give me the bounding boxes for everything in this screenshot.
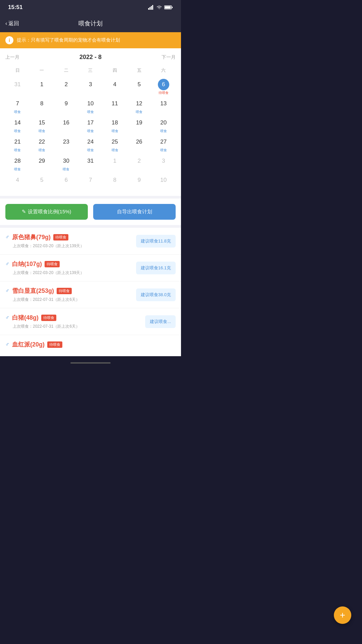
- day-number: 27: [158, 136, 169, 148]
- calendar-day[interactable]: 11: [103, 97, 127, 116]
- calendar-day[interactable]: 29: [30, 154, 54, 173]
- calendar-day[interactable]: 30喂食: [54, 154, 78, 173]
- svg-rect-0: [148, 8, 149, 10]
- prev-month-button[interactable]: 上一月: [5, 54, 19, 60]
- calendar-day[interactable]: 4: [5, 173, 30, 191]
- pet-status-badge: 待喂食: [47, 341, 62, 348]
- page-title: 喂食计划: [78, 19, 103, 28]
- calendar-day[interactable]: 6待喂食: [151, 77, 176, 97]
- calendar-day[interactable]: 7: [78, 173, 103, 191]
- calendar-day[interactable]: 12喂食: [127, 97, 152, 116]
- calendar-day[interactable]: 24喂食: [78, 135, 103, 154]
- calendar-day[interactable]: 10喂食: [78, 97, 103, 116]
- day-number: 3: [85, 79, 96, 90]
- pet-name-label: 原色猪鼻(79g): [12, 233, 51, 241]
- chevron-left-icon: ‹: [5, 20, 7, 26]
- day-number: 4: [12, 174, 23, 186]
- day-number: 29: [36, 155, 48, 167]
- battery-icon: [164, 5, 173, 10]
- pet-info: ♂血红派(20g)待喂食: [5, 340, 176, 351]
- pet-gender-icon: ♂: [5, 315, 9, 321]
- day-number: 26: [133, 136, 145, 148]
- home-indicator: [70, 362, 111, 364]
- back-button[interactable]: ‹ 返回: [5, 20, 19, 27]
- calendar-day[interactable]: 23: [54, 135, 78, 154]
- day-number: 8: [109, 174, 121, 186]
- pet-name-row: ♂血红派(20g)待喂食: [5, 340, 176, 348]
- calendar-day[interactable]: 5: [127, 77, 152, 97]
- signal-icon: [148, 5, 154, 10]
- status-bar: 15:51: [0, 0, 181, 15]
- pet-item[interactable]: ♂白猪(48g)待喂食上次喂食：2022-07-31（距上次6天）建议喂食...: [0, 308, 181, 335]
- calendar-day[interactable]: 9: [54, 97, 78, 116]
- weekday-sun: 日: [5, 66, 30, 75]
- calendar-day[interactable]: 8: [30, 97, 54, 116]
- day-number: 8: [36, 98, 48, 109]
- day-number: 11: [109, 98, 121, 109]
- calendar-day[interactable]: 3: [151, 154, 176, 173]
- calendar-days: 31123456待喂食7喂食8910喂食1112喂食1314喂食15喂食1617…: [5, 77, 176, 191]
- calendar-day[interactable]: 19: [127, 116, 152, 135]
- calendar-day[interactable]: 31: [5, 77, 30, 97]
- calendar-day[interactable]: 7喂食: [5, 97, 30, 116]
- bottom-bar: [0, 356, 181, 370]
- pet-status-badge: 待喂食: [57, 288, 72, 294]
- calendar-day[interactable]: 8: [103, 173, 127, 191]
- calendar-day[interactable]: 17喂食: [78, 116, 103, 135]
- calendar-day[interactable]: 4: [103, 77, 127, 97]
- calendar-day[interactable]: 1: [103, 154, 127, 173]
- calendar-day[interactable]: 6: [54, 173, 78, 191]
- pet-suggestion: 建议喂食38.0克: [136, 288, 176, 301]
- calendar-day[interactable]: 25喂食: [103, 135, 127, 154]
- info-icon: i: [5, 36, 13, 44]
- calendar-day[interactable]: 26: [127, 135, 152, 154]
- calendar-day[interactable]: 14喂食: [5, 116, 30, 135]
- day-number: 9: [60, 98, 72, 109]
- day-number: 7: [12, 98, 23, 109]
- calendar-day[interactable]: 1: [30, 77, 54, 97]
- pet-last-feed: 上次喂食：2022-03-20（距上次139天）: [13, 270, 132, 276]
- calendar-day[interactable]: 10: [151, 173, 176, 191]
- calendar-day[interactable]: 13: [151, 97, 176, 116]
- day-number: 6: [158, 79, 169, 90]
- calendar-day[interactable]: 9: [127, 173, 152, 191]
- calendar-day[interactable]: 20喂食: [151, 116, 176, 135]
- day-number: 16: [60, 117, 72, 128]
- day-number: 4: [109, 79, 121, 90]
- calendar-day[interactable]: 3: [78, 77, 103, 97]
- pet-item[interactable]: ♂血红派(20g)待喂食: [0, 335, 181, 356]
- calendar-day[interactable]: 16: [54, 116, 78, 135]
- set-ratio-button[interactable]: ✎ 设置喂食比例(15%): [5, 204, 88, 220]
- calendar-day[interactable]: 27喂食: [151, 135, 176, 154]
- day-number: 9: [133, 174, 145, 186]
- calendar-day[interactable]: 22喂食: [30, 135, 54, 154]
- calendar-day[interactable]: 18喂食: [103, 116, 127, 135]
- banner: i 提示：只有填写了喂食周期的宠物才会有喂食计划: [0, 32, 181, 48]
- calendar-day[interactable]: 2: [127, 154, 152, 173]
- calendar-day[interactable]: 15喂食: [30, 116, 54, 135]
- calendar-grid: 日 一 二 三 四 五 六 31123456待喂食7喂食8910喂食1112喂食…: [5, 66, 176, 191]
- calendar-day[interactable]: 5: [30, 173, 54, 191]
- day-number: 10: [85, 98, 96, 109]
- nav-bar: ‹ 返回 喂食计划: [0, 15, 181, 32]
- day-number: 5: [133, 79, 145, 90]
- calendar-day[interactable]: 21喂食: [5, 135, 30, 154]
- day-number: 21: [12, 136, 23, 148]
- next-month-button[interactable]: 下一月: [162, 54, 176, 60]
- weekday-sat: 六: [151, 66, 176, 75]
- day-label: 喂食: [39, 129, 45, 133]
- calendar-day[interactable]: 2: [54, 77, 78, 97]
- pet-item[interactable]: ♂白纳(107g)待喂食上次喂食：2022-03-20（距上次139天）建议喂食…: [0, 255, 181, 281]
- pet-suggestion: 建议喂食11.8克: [136, 235, 176, 248]
- pet-item[interactable]: ♂原色猪鼻(79g)待喂食上次喂食：2022-03-20（距上次139天）建议喂…: [0, 228, 181, 255]
- day-number: 19: [133, 117, 145, 128]
- day-number: 5: [36, 174, 48, 186]
- calendar-day[interactable]: 28喂食: [5, 154, 30, 173]
- pet-status-badge: 待喂食: [45, 261, 60, 267]
- calendar-day[interactable]: 31: [78, 154, 103, 173]
- pet-item[interactable]: ♂雪白显直(253g)待喂食上次喂食：2022-07-31（距上次6天）建议喂食…: [0, 281, 181, 308]
- pet-status-badge: 待喂食: [41, 315, 56, 321]
- weekday-thu: 四: [103, 66, 127, 75]
- pet-suggestion: 建议喂食16.1克: [136, 262, 176, 274]
- export-button[interactable]: 自导出喂食计划: [93, 204, 176, 220]
